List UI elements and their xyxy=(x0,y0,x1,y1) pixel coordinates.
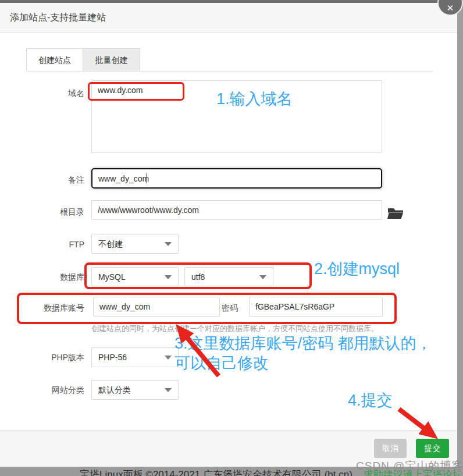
database-type-select[interactable]: MySQL xyxy=(91,267,179,286)
annotation-step1: 1.输入域名 xyxy=(216,88,293,109)
chevron-down-icon xyxy=(165,388,172,392)
domain-label: 域名 xyxy=(0,88,84,99)
ftp-select-value: 不创建 xyxy=(98,235,123,253)
ftp-select[interactable]: 不创建 xyxy=(91,234,179,254)
watermark: CSDN @宝山的博客 xyxy=(356,459,463,474)
chevron-down-icon xyxy=(165,356,172,360)
remark-label: 备注 xyxy=(0,175,84,186)
db-password-label: 密码 xyxy=(222,303,238,314)
remark-input[interactable] xyxy=(91,168,382,189)
text-cursor xyxy=(147,173,147,183)
tab-batch-create[interactable]: 批量创建 xyxy=(83,48,140,70)
chevron-down-icon xyxy=(259,275,266,279)
submit-button[interactable]: 提交 xyxy=(416,439,449,458)
site-category-value: 默认分类 xyxy=(98,381,131,399)
php-version-select[interactable]: PHP-56 xyxy=(91,347,179,367)
close-button[interactable]: ✕ xyxy=(437,0,463,16)
page-background: 宝塔Linux面板 ©2014-2021 广东堡塔安全技术有限公司 (bt.cn… xyxy=(0,0,463,476)
annotation-step3-line1: 3.这里数据库账号/密码 都用默认的， xyxy=(174,333,432,354)
category-label: 网站分类 xyxy=(0,385,84,396)
dialog-header: 添加站点-支持批量建站 xyxy=(0,3,457,33)
php-label: PHP版本 xyxy=(0,353,84,363)
ftp-label: FTP xyxy=(0,240,84,249)
annotation-step3-line2: 可以自己修改 xyxy=(174,353,269,374)
root-label: 根目录 xyxy=(0,207,84,218)
site-category-select[interactable]: 默认分类 xyxy=(91,380,179,400)
tab-batch-create-label: 批量创建 xyxy=(95,55,128,65)
cancel-button[interactable]: 取消 xyxy=(374,439,407,458)
folder-browse-icon[interactable] xyxy=(387,207,404,221)
footer-copyright: 宝塔Linux面板 ©2014-2021 广东堡塔安全技术有限公司 (bt.cn… xyxy=(80,469,352,476)
annotation-step4: 4.提交 xyxy=(348,390,393,411)
php-version-value: PHP-56 xyxy=(98,348,127,367)
dialog-title: 添加站点-支持批量建站 xyxy=(10,3,106,32)
tab-create-site-label: 创建站点 xyxy=(38,55,71,65)
tab-create-site[interactable]: 创建站点 xyxy=(26,48,83,71)
root-path-input[interactable] xyxy=(91,200,382,220)
annotation-step2: 2.创建mysql xyxy=(314,258,400,279)
chevron-down-icon xyxy=(165,275,172,279)
database-label: 数据库 xyxy=(0,272,84,283)
database-charset-value: utf8 xyxy=(191,268,205,286)
db-account-label: 数据库账号 xyxy=(0,303,84,314)
database-charset-select[interactable]: utf8 xyxy=(184,267,273,286)
db-username-input[interactable] xyxy=(93,297,220,317)
chevron-down-icon xyxy=(165,242,172,246)
tab-bar: 创建站点 批量创建 xyxy=(26,48,433,72)
db-password-input[interactable] xyxy=(249,297,383,317)
database-type-value: MySQL xyxy=(98,268,126,286)
close-icon: ✕ xyxy=(439,3,462,13)
